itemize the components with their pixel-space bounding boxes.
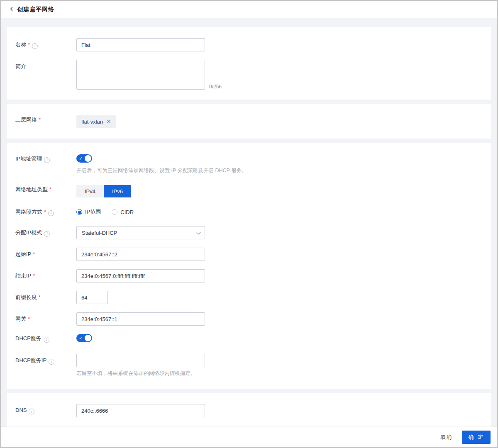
end-ip-row: 结束IP*	[7, 269, 491, 282]
prefix-length-input[interactable]	[76, 291, 108, 304]
cidr-radio[interactable]: CIDR	[112, 209, 134, 215]
info-icon[interactable]: i	[32, 43, 38, 49]
alloc-mode-value: Stateful-DHCP	[82, 230, 117, 236]
back-icon[interactable]: ‹	[10, 4, 13, 13]
check-icon: ✓	[79, 155, 83, 162]
ip-management-label: IP地址管理	[15, 156, 42, 162]
ip-range-radio-label: IP范围	[85, 208, 101, 216]
gateway-input[interactable]	[76, 312, 205, 326]
description-label: 简介	[15, 63, 26, 69]
address-type-row: 网络地址类型* IPv4 IPv6	[7, 185, 491, 197]
gateway-row: 网关*	[7, 312, 491, 326]
dhcp-ip-label: DHCP服务IP	[15, 357, 46, 363]
dhcp-ip-row: DHCP服务IPi 若留空不填，将由系统在添加的网络段内随机指定。	[7, 354, 491, 377]
dns-card: DNSi	[7, 393, 491, 427]
chevron-down-icon	[196, 230, 201, 234]
name-row: 名称*i	[7, 38, 491, 51]
confirm-button[interactable]: 确 定	[462, 431, 491, 444]
ipv4-button[interactable]: IPv4	[76, 185, 104, 197]
required-mark: *	[44, 209, 46, 215]
ip-range-radio[interactable]: IP范围	[76, 208, 101, 216]
ip-management-helper: 开启后，可为三层网络添加网络段、设置 IP 分配策略及开启 DHCP 服务。	[76, 167, 491, 174]
name-input[interactable]	[76, 38, 205, 51]
required-mark: *	[28, 316, 30, 322]
address-type-label: 网络地址类型	[15, 186, 48, 192]
form-content: 名称*i 简介 0/256 二层网络* flat-vxlan	[1, 18, 497, 427]
dhcp-service-toggle[interactable]: ✓	[76, 334, 92, 342]
description-textarea[interactable]	[76, 60, 205, 90]
dhcp-service-label: DHCP服务	[15, 335, 42, 341]
dns-row: DNSi	[7, 404, 491, 417]
segment-mode-row: 网络段方式*i IP范围 CIDR	[7, 207, 491, 216]
end-ip-input[interactable]	[76, 269, 205, 282]
end-ip-label: 结束IP	[15, 273, 31, 279]
description-row: 简介 0/256	[7, 60, 491, 90]
prefix-length-row: 前缀长度*	[7, 291, 491, 304]
check-icon: ✓	[79, 335, 83, 341]
cancel-button[interactable]: 取消	[435, 430, 458, 444]
ipv6-button[interactable]: IPv6	[104, 185, 131, 197]
radio-unselected-icon	[112, 209, 117, 215]
page-title: 创建扁平网络	[17, 6, 54, 13]
required-mark: *	[39, 294, 41, 300]
required-mark: *	[33, 273, 35, 279]
start-ip-input[interactable]	[76, 248, 205, 261]
info-icon[interactable]: i	[44, 231, 50, 237]
l2-network-row: 二层网络* flat-vxlan ✕	[7, 115, 491, 128]
required-mark: *	[33, 251, 35, 257]
l2-network-card: 二层网络* flat-vxlan ✕	[7, 104, 491, 139]
radio-selected-icon	[76, 209, 82, 215]
toggle-knob	[85, 155, 91, 162]
dhcp-ip-helper: 若留空不填，将由系统在添加的网络段内随机指定。	[76, 370, 491, 377]
address-type-segmented: IPv4 IPv6	[76, 185, 131, 197]
alloc-mode-label: 分配IP模式	[15, 229, 42, 236]
page-header: ‹ 创建扁平网络	[1, 1, 497, 18]
ip-management-toggle[interactable]: ✓	[76, 154, 92, 163]
alloc-mode-select[interactable]: Stateful-DHCP	[76, 226, 205, 239]
ip-management-card: IP地址管理i ✓ 开启后，可为三层网络添加网络段、设置 IP 分配策略及开启 …	[7, 143, 491, 389]
footer-action-bar: 取消 确 定	[1, 427, 497, 447]
ip-management-row: IP地址管理i ✓ 开启后，可为三层网络添加网络段、设置 IP 分配策略及开启 …	[7, 154, 491, 174]
cidr-radio-label: CIDR	[120, 209, 134, 215]
info-icon[interactable]: i	[44, 157, 50, 163]
prefix-length-label: 前缀长度	[15, 294, 37, 300]
alloc-mode-row: 分配IP模式i Stateful-DHCP	[7, 226, 491, 239]
l2-network-label: 二层网络	[15, 117, 37, 123]
start-ip-row: 起始IP*	[7, 248, 491, 261]
required-mark: *	[39, 117, 41, 123]
basic-info-card: 名称*i 简介 0/256	[7, 27, 491, 100]
char-counter: 0/256	[209, 84, 222, 90]
dns-label: DNS	[15, 407, 27, 413]
start-ip-label: 起始IP	[15, 251, 31, 257]
segment-mode-label: 网络段方式	[15, 209, 42, 215]
remove-tag-icon[interactable]: ✕	[107, 119, 111, 124]
dhcp-service-row: DHCP服务i ✓	[7, 334, 491, 344]
dns-input[interactable]	[76, 404, 205, 417]
info-icon[interactable]: i	[44, 337, 49, 343]
info-icon[interactable]: i	[29, 409, 34, 414]
required-mark: *	[49, 186, 51, 192]
info-icon[interactable]: i	[49, 359, 54, 365]
dhcp-ip-input[interactable]	[76, 354, 205, 367]
required-mark: *	[28, 41, 30, 48]
info-icon[interactable]: i	[48, 210, 54, 216]
l2-network-tag-label: flat-vxlan	[81, 119, 103, 125]
toggle-knob	[85, 335, 91, 341]
l2-network-tag[interactable]: flat-vxlan ✕	[76, 115, 116, 128]
gateway-label: 网关	[15, 316, 26, 322]
name-label: 名称	[15, 41, 26, 48]
